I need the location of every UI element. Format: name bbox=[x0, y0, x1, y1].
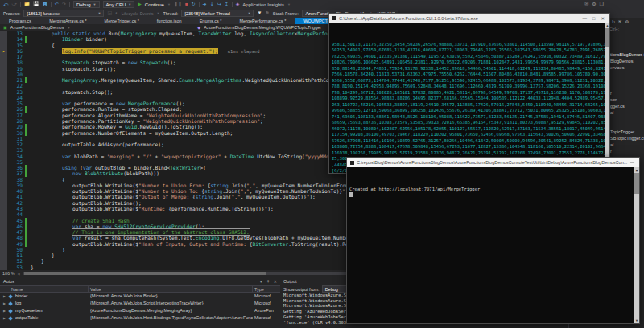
token: performance.AlgorithmName = bbox=[62, 113, 146, 118]
solution-item[interactable]: tionsBlogDemos (3 bbox=[610, 52, 644, 57]
breadcrumb-project-dropdown[interactable]: AzureFunctionsBlogDemos bbox=[10, 25, 64, 30]
continue-icon[interactable]: ▶ bbox=[138, 1, 142, 8]
solution-item[interactable]: r bbox=[610, 91, 612, 96]
feedback-icon[interactable]: ✉ bbox=[584, 1, 588, 8]
tab-function-json[interactable]: function.json bbox=[148, 18, 191, 24]
expander-icon[interactable]: ▶ bbox=[3, 300, 6, 307]
filter-threads-icon[interactable]: ▼ bbox=[257, 10, 262, 17]
solution-item[interactable]: gger.cs bbox=[610, 104, 625, 109]
expander-icon[interactable]: ▶ bbox=[3, 293, 6, 300]
console-testutil-titlebar[interactable]: C:\repos\Blog\Demos\AzureFunctionsBlogDe… bbox=[347, 158, 639, 167]
show-next-statement-icon[interactable]: ➔ bbox=[203, 1, 207, 8]
break-all-icon[interactable]: ❚❚ bbox=[174, 1, 182, 8]
autos-col-value[interactable]: Value bbox=[90, 286, 101, 293]
code-statement: var performance = new MergePerformance()… bbox=[62, 100, 185, 106]
variable-icon bbox=[8, 294, 13, 299]
autos-col-type[interactable]: Type bbox=[254, 286, 264, 293]
save-icon[interactable]: 💾 bbox=[33, 1, 39, 8]
undo-icon[interactable]: ↶ bbox=[55, 1, 59, 8]
code-statement: performance.PartitionKey = "WeightedQuic… bbox=[62, 118, 263, 124]
solution-item[interactable]: TopicTrigger bbox=[610, 129, 634, 134]
flag-threads-icon[interactable]: ⚑ bbox=[265, 10, 269, 17]
perf-tip[interactable]: ≤1ms elapsed bbox=[228, 49, 260, 54]
configuration-value: Debug bbox=[76, 2, 91, 7]
step-over-icon[interactable]: ↪ bbox=[217, 1, 221, 8]
breakpoint-margin bbox=[0, 258, 7, 264]
token: "merging" bbox=[107, 154, 134, 159]
horizontal-scrollbar-thumb[interactable] bbox=[24, 272, 266, 275]
properties-icon[interactable]: ⚙ bbox=[625, 19, 628, 24]
code-text: } bbox=[27, 252, 55, 258]
tab-enums-cs-[interactable]: Enums.cs * bbox=[191, 18, 231, 24]
tab-mergetrigger-cs-[interactable]: MergeTrigger.cs * bbox=[96, 18, 148, 24]
maximize-icon[interactable]: □ bbox=[592, 16, 595, 21]
stop-debugging-icon[interactable]: ■ bbox=[185, 1, 188, 8]
token: result = sha.ComputeHash(System.Text. bbox=[81, 235, 196, 240]
window-position-icon[interactable]: ▼ bbox=[259, 279, 263, 284]
collapse-all-icon[interactable]: ⇱ bbox=[618, 19, 621, 24]
application-insights-dropdown[interactable]: Application Insights bbox=[242, 2, 284, 7]
lifecycle-events-dropdown[interactable]: Lifecycle Events bbox=[122, 11, 154, 16]
editor-zoom-level[interactable]: 106 % bbox=[2, 271, 15, 276]
autos-row-outputTable[interactable]: ▶outputTable{Microsoft.Azure.WebJobs.Hos… bbox=[0, 314, 280, 322]
vertical-scrollbar-thumb[interactable] bbox=[634, 173, 639, 194]
solution-item[interactable]: al bbox=[610, 110, 613, 115]
solution-item[interactable]: r bbox=[610, 149, 612, 154]
vertical-scrollbar-thumb[interactable] bbox=[605, 28, 609, 47]
navigate-back-icon[interactable]: ⤺ bbox=[3, 1, 8, 8]
window-layout-icon[interactable]: ❐ bbox=[600, 1, 604, 8]
console-func-titlebar[interactable]: C:\Users\...\AppData\Local\Azure.Functio… bbox=[329, 14, 609, 23]
pin-icon[interactable]: 🖈 bbox=[266, 279, 270, 284]
solution-configuration-dropdown[interactable]: Debug ▼ bbox=[73, 1, 100, 8]
expander-icon[interactable]: ▶ bbox=[3, 314, 6, 322]
step-into-icon[interactable]: ↧ bbox=[210, 1, 214, 8]
open-folder-icon[interactable]: 📁 bbox=[24, 1, 31, 8]
token: } bbox=[41, 258, 44, 264]
toolbar-separator bbox=[69, 2, 70, 7]
thread-dropdown[interactable]: [23548] Worker Thread ▼ bbox=[181, 10, 254, 17]
continue-button[interactable]: Continue bbox=[145, 2, 164, 7]
expander-icon[interactable]: ▶ bbox=[3, 307, 6, 314]
solution-platform-dropdown[interactable]: Any CPU ▼ bbox=[103, 1, 135, 8]
redo-icon[interactable]: ↷ bbox=[62, 1, 66, 8]
line-number: 21 bbox=[7, 77, 25, 83]
scroll-down-icon[interactable]: ▼ bbox=[634, 318, 639, 324]
minimize-icon[interactable]: — bbox=[630, 160, 634, 165]
vertical-scrollbar[interactable]: ▲ ▼ bbox=[634, 167, 639, 323]
process-dropdown[interactable]: [18612] func.exe ▼ bbox=[23, 10, 104, 17]
solution-item[interactable]: ervices bbox=[610, 65, 624, 70]
process-snapshot-icon[interactable]: ◲ bbox=[107, 10, 112, 17]
navigate-forward-icon[interactable]: ⤻ bbox=[11, 1, 16, 8]
solution-item[interactable]: BlogDemos bbox=[610, 59, 633, 64]
breadcrumb-type-dropdown[interactable]: AzureFunctionsBlogDemos.Merging.WQUWPCTo… bbox=[204, 25, 321, 30]
code-statement: outputTable.AddAsync(performance); bbox=[62, 141, 164, 147]
vertical-scrollbar[interactable]: ▲ ▼ bbox=[605, 23, 609, 173]
autos-row-myQueueItem[interactable]: ▶myQueueItem{AzureFunctionsBlogDemos.Mer… bbox=[0, 307, 280, 314]
quick-launch-icon[interactable]: ⚙ bbox=[592, 1, 596, 8]
line-number: 50 bbox=[7, 247, 25, 252]
autos-row-log[interactable]: ▶log{Microsoft.Azure.WebJobs.Script.Inte… bbox=[0, 300, 280, 307]
tab-program-cs[interactable]: Program.cs bbox=[0, 18, 40, 24]
current-statement-arrow-icon[interactable]: ➤ bbox=[0, 48, 7, 54]
breakpoint-margin bbox=[0, 200, 7, 206]
code-text: var result = sha.ComputeHash(System.Text… bbox=[27, 235, 384, 240]
restart-icon[interactable]: ↻ bbox=[192, 1, 196, 8]
token: ); bbox=[267, 206, 273, 211]
close-icon[interactable]: ✕ bbox=[274, 279, 277, 284]
minimize-icon[interactable]: — bbox=[583, 16, 588, 21]
step-out-icon[interactable]: ↥ bbox=[225, 1, 229, 8]
refresh-icon[interactable]: ↻ bbox=[612, 19, 615, 24]
solution-item[interactable]: SBTopicTrigger.cs bbox=[610, 136, 644, 141]
breakpoint-margin bbox=[0, 177, 7, 182]
save-all-icon[interactable]: 🖪 bbox=[43, 1, 47, 8]
tab-mergeperformance-cs-[interactable]: MergePerformance.cs * bbox=[231, 18, 295, 24]
close-icon[interactable]: ✕ bbox=[601, 16, 605, 21]
token: + bbox=[152, 154, 161, 159]
solution-item[interactable]: al bbox=[610, 142, 613, 147]
chevron-down-icon[interactable]: ▼ bbox=[167, 1, 171, 8]
autos-row-binder[interactable]: ▶binder{Microsoft.Azure.WebJobs.Binder}M… bbox=[0, 293, 280, 300]
autos-col-name[interactable]: Name bbox=[11, 286, 23, 293]
solution-item[interactable]: son bbox=[610, 97, 617, 102]
chevron-down-icon[interactable]: ▼ bbox=[287, 1, 291, 8]
breakpoint-margin bbox=[0, 159, 7, 165]
